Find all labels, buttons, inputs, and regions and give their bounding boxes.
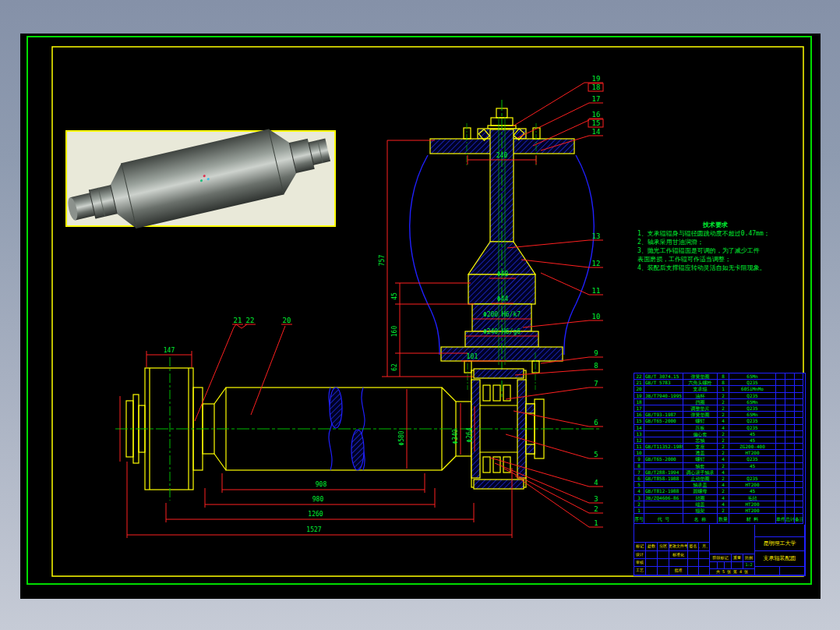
- tb-university: 昆明理工大学: [755, 537, 805, 551]
- svg-text:1260: 1260: [308, 511, 323, 518]
- svg-text:Φ240 H6/g6: Φ240 H6/g6: [483, 328, 521, 335]
- technical-notes: 技术要求 1、支承辊辊身与辊径圆跳动度不超过0.47mm；2、轴承采用甘油润滑；…: [637, 221, 793, 272]
- svg-text:Φ340: Φ340: [452, 429, 459, 444]
- render-view: [62, 117, 336, 242]
- tb-scale-value: 1:2: [743, 562, 755, 569]
- svg-text:Φ580: Φ580: [398, 430, 405, 445]
- cad-viewport[interactable]: 240 Φ40 Φ44 Φ200 H6/k7 Φ240 H6/g6 101 75…: [0, 0, 840, 630]
- svg-text:21: 21: [234, 317, 242, 324]
- svg-text:17: 17: [592, 95, 601, 103]
- svg-text:18: 18: [592, 83, 601, 91]
- svg-text:1527: 1527: [306, 526, 321, 533]
- svg-text:45: 45: [391, 292, 398, 300]
- tb-audit: 审核: [634, 559, 646, 567]
- tb-process: 工艺: [634, 567, 646, 575]
- svg-text:10: 10: [592, 313, 601, 320]
- tb-drawing-title: 支承辊装配图: [755, 551, 805, 567]
- tb-scale: 比例: [743, 554, 755, 562]
- tb-sheets: 共 5 张 第 4 张: [710, 569, 755, 575]
- svg-text:11: 11: [592, 287, 601, 295]
- svg-text:14: 14: [592, 128, 601, 136]
- svg-text:13: 13: [592, 232, 601, 240]
- svg-text:160: 160: [391, 326, 398, 338]
- svg-text:20: 20: [283, 317, 291, 324]
- svg-text:62: 62: [391, 363, 398, 371]
- svg-text:147: 147: [164, 347, 175, 354]
- svg-text:101: 101: [467, 353, 478, 360]
- svg-text:Φ264: Φ264: [466, 427, 473, 442]
- svg-text:8: 8: [594, 362, 598, 370]
- svg-text:757: 757: [379, 255, 386, 267]
- tb-stage: 阶段标记: [710, 554, 732, 562]
- svg-text:908: 908: [316, 481, 327, 488]
- svg-text:7: 7: [594, 380, 598, 388]
- tb-weight: 重量: [732, 554, 743, 562]
- svg-text:240: 240: [496, 152, 508, 159]
- svg-text:15: 15: [592, 119, 601, 127]
- svg-text:1: 1: [594, 519, 598, 527]
- svg-text:22: 22: [246, 317, 255, 324]
- title-block: 标记 处数 分区 更改文件号 签名 年、月、日 设计 标准化 审核 工艺 批准 …: [634, 525, 805, 575]
- bom-header: 序号 代 号 名 称 数量 材 料 单件 总计 备注: [634, 514, 805, 524]
- svg-text:16: 16: [592, 111, 601, 119]
- svg-text:19: 19: [592, 75, 601, 83]
- notes-lines: 1、支承辊辊身与辊径圆跳动度不超过0.47mm；2、轴承采用甘油润滑；3、抛光工…: [637, 229, 793, 272]
- parts-list: 22GB/T 3074.15弹簧垫圈865Mn 21GB/T 5783六角头螺栓…: [634, 373, 806, 576]
- svg-text:4: 4: [594, 479, 598, 487]
- svg-text:5: 5: [594, 451, 598, 458]
- svg-text:2: 2: [594, 505, 598, 513]
- svg-text:9: 9: [594, 349, 598, 357]
- svg-text:Φ200 H6/k7: Φ200 H6/k7: [483, 311, 521, 318]
- tb-design: 设计: [634, 551, 646, 559]
- tb-mark: 标记: [634, 543, 646, 551]
- svg-text:3: 3: [594, 495, 598, 503]
- svg-text:Φ40: Φ40: [497, 271, 509, 278]
- notes-title: 技术要求: [637, 221, 793, 229]
- svg-text:6: 6: [594, 419, 598, 426]
- bom-rows: 22GB/T 3074.15弹簧垫圈865Mn 21GB/T 5783六角头螺栓…: [634, 373, 805, 514]
- svg-text:12: 12: [592, 260, 601, 267]
- svg-text:980: 980: [312, 496, 324, 503]
- svg-text:Φ44: Φ44: [497, 296, 509, 303]
